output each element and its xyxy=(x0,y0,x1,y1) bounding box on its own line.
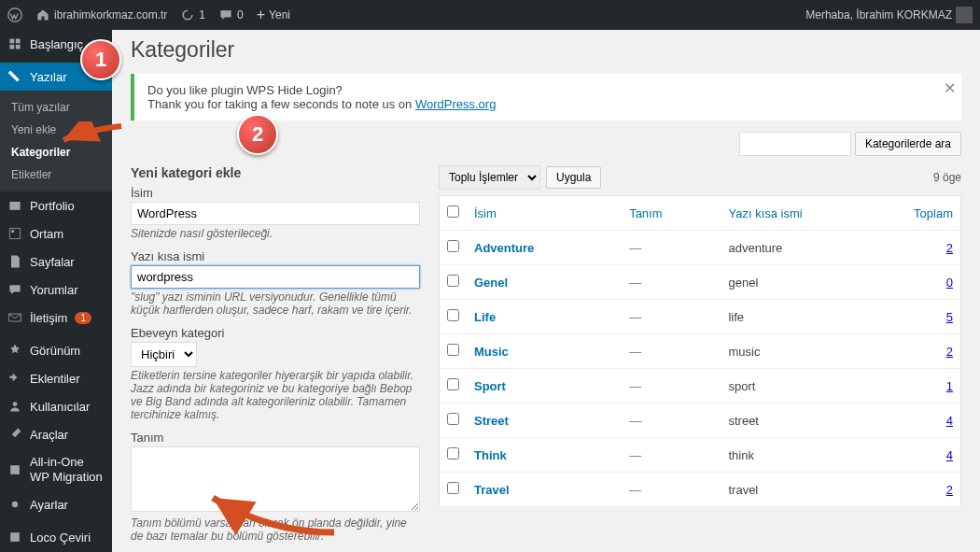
slug-label: Yazı kısa ismi xyxy=(131,249,420,263)
row-checkbox[interactable] xyxy=(447,378,459,390)
row-desc: — xyxy=(622,403,721,438)
row-total-link[interactable]: 2 xyxy=(946,241,953,255)
name-desc: Sitenizde nasıl gösterileceği. xyxy=(131,227,420,240)
submenu-categories[interactable]: Kategoriler xyxy=(0,141,112,163)
add-category-form: Yeni kategori ekle İsim Sitenizde nasıl … xyxy=(131,165,420,552)
row-name-link[interactable]: Music xyxy=(474,345,509,359)
row-checkbox[interactable] xyxy=(447,482,459,494)
row-total-link[interactable]: 1 xyxy=(946,379,953,393)
row-checkbox[interactable] xyxy=(447,413,459,425)
col-name[interactable]: İsim xyxy=(467,196,622,231)
slug-desc: "slug" yazı isminin URL versiyonudur. Ge… xyxy=(131,290,420,317)
desc-textarea[interactable] xyxy=(131,446,420,512)
col-slug[interactable]: Yazı kısa ismi xyxy=(721,196,904,231)
admin-bar: ibrahimkorkmaz.com.tr 1 0 +Yeni Merhaba,… xyxy=(0,0,980,30)
callout-2: 2 xyxy=(237,114,278,155)
notice-line2: Thank you for taking a few seconds to no… xyxy=(147,97,948,111)
menu-migration[interactable]: All-in-One WP Migration xyxy=(0,448,112,490)
name-label: İsim xyxy=(131,186,420,200)
row-desc: — xyxy=(622,300,721,334)
search-input[interactable] xyxy=(739,132,851,156)
row-desc: — xyxy=(622,231,721,265)
row-name-link[interactable]: Life xyxy=(474,310,496,324)
submenu-new-post[interactable]: Yeni ekle xyxy=(0,119,112,141)
row-name-link[interactable]: Think xyxy=(474,448,507,462)
row-name-link[interactable]: Street xyxy=(474,414,509,428)
row-name-link[interactable]: Genel xyxy=(474,276,508,290)
menu-portfolio[interactable]: Portfolio xyxy=(0,191,112,219)
parent-select[interactable]: Hiçbiri xyxy=(131,342,197,367)
row-checkbox[interactable] xyxy=(447,447,459,460)
table-row: Think—think4 xyxy=(440,438,961,473)
menu-pages[interactable]: Sayfalar xyxy=(0,248,112,276)
row-slug: adventure xyxy=(721,231,904,265)
desc-label: Tanım xyxy=(131,431,420,445)
row-desc: — xyxy=(622,473,721,507)
col-desc[interactable]: Tanım xyxy=(622,196,721,231)
svg-rect-1 xyxy=(9,202,20,210)
menu-plugins[interactable]: Eklentiler xyxy=(0,364,112,392)
row-slug: music xyxy=(721,334,904,369)
row-total-link[interactable]: 0 xyxy=(946,276,953,290)
row-checkbox[interactable] xyxy=(447,275,459,287)
comments-count[interactable]: 0 xyxy=(218,7,244,22)
table-row: Life—life5 xyxy=(440,300,961,334)
select-all[interactable] xyxy=(447,205,459,218)
row-slug: sport xyxy=(721,369,904,403)
submenu-all-posts[interactable]: Tüm yazılar xyxy=(0,96,112,119)
row-name-link[interactable]: Adventure xyxy=(474,241,534,255)
greeting[interactable]: Merhaba, İbrahim KORKMAZ xyxy=(805,7,973,23)
row-slug: travel xyxy=(721,473,904,507)
menu-contact[interactable]: İletişim1 xyxy=(0,304,112,332)
categories-table: İsim Tanım Yazı kısa ismi Toplam Adventu… xyxy=(439,195,961,507)
row-checkbox[interactable] xyxy=(447,344,459,356)
row-checkbox[interactable] xyxy=(447,309,459,321)
menu-comments[interactable]: Yorumlar xyxy=(0,276,112,304)
bulk-actions-select[interactable]: Toplu İşlemler xyxy=(439,165,540,190)
svg-point-0 xyxy=(8,8,21,21)
menu-media[interactable]: Ortam xyxy=(0,219,112,248)
row-desc: — xyxy=(622,438,721,473)
row-total-link[interactable]: 4 xyxy=(946,414,953,428)
menu-users[interactable]: Kullanıcılar xyxy=(0,392,112,420)
table-row: Travel—travel2 xyxy=(440,473,961,507)
notice-link[interactable]: WordPress.org xyxy=(415,97,496,111)
site-home[interactable]: ibrahimkorkmaz.com.tr xyxy=(35,7,167,22)
row-total-link[interactable]: 4 xyxy=(946,448,953,462)
updates[interactable]: 1 xyxy=(180,7,205,22)
row-slug: genel xyxy=(721,265,904,300)
row-total-link[interactable]: 2 xyxy=(946,345,953,359)
form-heading: Yeni kategori ekle xyxy=(131,165,420,180)
table-row: Genel—genel0 xyxy=(440,265,961,300)
page-title: Kategoriler xyxy=(131,37,961,63)
table-row: Sport—sport1 xyxy=(440,369,961,403)
notice-dismiss[interactable]: ✕ xyxy=(944,79,956,97)
row-desc: — xyxy=(622,265,721,300)
row-name-link[interactable]: Travel xyxy=(474,483,510,497)
slug-input[interactable] xyxy=(131,265,420,289)
wp-logo[interactable] xyxy=(7,7,22,22)
table-row: Street—street4 xyxy=(440,403,961,438)
content-area: Kategoriler Do you like plugin WPS Hide … xyxy=(112,30,980,552)
search-button[interactable]: Kategorilerde ara xyxy=(855,132,961,156)
new-content[interactable]: +Yeni xyxy=(257,7,290,23)
row-name-link[interactable]: Sport xyxy=(474,379,506,393)
col-total[interactable]: Toplam xyxy=(905,196,961,231)
menu-settings[interactable]: Ayarlar xyxy=(0,490,112,518)
apply-button[interactable]: Uygula xyxy=(546,166,601,189)
row-checkbox[interactable] xyxy=(447,240,459,252)
submenu-tags[interactable]: Etiketler xyxy=(0,163,112,186)
table-row: Adventure—adventure2 xyxy=(440,231,961,265)
row-desc: — xyxy=(622,369,721,403)
items-count: 9 öge xyxy=(933,171,961,184)
submenu-posts: Tüm yazılar Yeni ekle Kategoriler Etiket… xyxy=(0,91,112,191)
menu-tools[interactable]: Araçlar xyxy=(0,420,112,448)
menu-loco[interactable]: Loco Çeviri xyxy=(0,523,112,551)
table-row: Music—music2 xyxy=(440,334,961,369)
name-input[interactable] xyxy=(131,202,420,225)
menu-appearance[interactable]: Görünüm xyxy=(0,336,112,364)
row-slug: think xyxy=(721,438,904,473)
row-total-link[interactable]: 2 xyxy=(946,483,953,497)
contact-badge: 1 xyxy=(75,312,91,324)
row-total-link[interactable]: 5 xyxy=(946,310,953,324)
